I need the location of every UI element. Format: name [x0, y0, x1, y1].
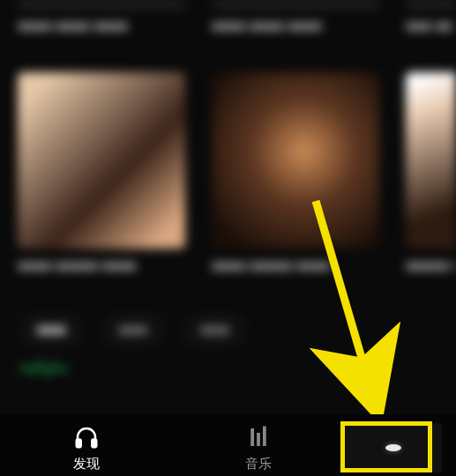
- card-thumbnail: [212, 0, 379, 9]
- filter-chip[interactable]: ■■■: [181, 312, 249, 348]
- card-title: ■■■■ ■■■■ ■■■■: [18, 18, 185, 55]
- nav-discover[interactable]: 发现: [0, 424, 173, 472]
- filter-chip-row: ■■■ ■■■ ■■■: [18, 312, 438, 348]
- media-card[interactable]: ■■■■ ■■■■■ ■■■■: [212, 72, 379, 294]
- card-row: ■■■■ ■■■■ ■■■■ ■■■■ ■■■■ ■■■■ ■■■ ■■: [18, 0, 438, 55]
- svg-rect-3: [257, 433, 260, 446]
- card-title: ■■■■ ■■■■■ ■■■■: [212, 257, 379, 294]
- content-feed: ■■■■ ■■■■ ■■■■ ■■■■ ■■■■ ■■■■ ■■■ ■■ ■■■…: [0, 0, 456, 414]
- waveform-indicator: [19, 357, 437, 376]
- nav-label: 发现: [73, 456, 100, 472]
- card-thumbnail: [406, 72, 456, 249]
- card-row: ■■■■ ■■■■■ ■■■■ ■■■■ ■■■■■ ■■■■ ■■■■■ ■■…: [18, 72, 438, 294]
- media-card[interactable]: ■■■ ■■: [406, 0, 456, 55]
- svg-rect-0: [77, 439, 81, 447]
- svg-rect-4: [263, 426, 266, 446]
- card-thumbnail: [406, 0, 456, 9]
- nav-music[interactable]: 音乐: [173, 424, 346, 472]
- svg-rect-1: [92, 439, 96, 447]
- mini-player[interactable]: [345, 423, 442, 472]
- card-title: ■■■■ ■■■■■ ■■■■: [18, 257, 185, 294]
- card-thumbnail: [18, 0, 185, 9]
- card-thumbnail: [18, 72, 185, 249]
- media-card[interactable]: ■■■■ ■■■■■ ■■■■: [18, 72, 185, 294]
- card-title: ■■■■ ■■■■ ■■■■: [212, 18, 379, 55]
- card-title: ■■■ ■■: [406, 18, 456, 55]
- filter-chip[interactable]: ■■■: [18, 312, 86, 348]
- nav-label: 音乐: [245, 456, 272, 472]
- card-thumbnail: [212, 72, 379, 249]
- media-card[interactable]: ■■■■ ■■■■ ■■■■: [18, 0, 185, 55]
- filter-chip[interactable]: ■■■: [100, 312, 168, 348]
- card-title: ■■■■■ ■■■■: [406, 257, 456, 294]
- equalizer-icon: [245, 424, 272, 450]
- bottom-nav: 发现 音乐: [0, 414, 456, 476]
- headphones-icon: [73, 424, 100, 450]
- svg-rect-2: [251, 428, 255, 446]
- media-card[interactable]: ■■■■■ ■■■■: [406, 72, 456, 294]
- media-card[interactable]: ■■■■ ■■■■ ■■■■: [212, 0, 379, 55]
